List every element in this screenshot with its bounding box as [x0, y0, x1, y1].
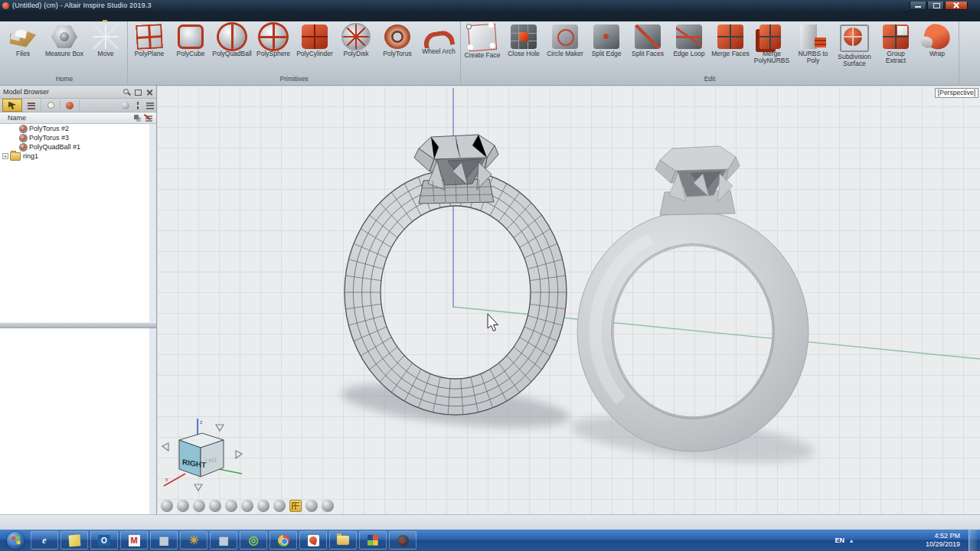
maximize-button[interactable] — [927, 2, 944, 10]
ribbon-button[interactable]: Group Extract — [875, 21, 916, 75]
minimize-button[interactable] — [910, 2, 926, 10]
camera-icon[interactable] — [177, 500, 189, 512]
material-sphere-icon[interactable] — [122, 102, 129, 109]
taskbar-button[interactable] — [299, 531, 327, 549]
zoom-magnifier-icon[interactable] — [305, 500, 318, 512]
close-button[interactable] — [945, 2, 968, 10]
ribbon-button[interactable]: NURBS to Poly — [792, 21, 834, 75]
expand-toggle[interactable]: + — [2, 153, 8, 159]
menu-item[interactable] — [139, 11, 153, 21]
close-panel-icon[interactable] — [145, 88, 153, 96]
polynurbs-object-icon — [20, 126, 27, 132]
model-tree-item[interactable]: PolyTorus #2 — [0, 124, 149, 133]
tab-polynurbs[interactable] — [60, 99, 80, 111]
view-eye-icon[interactable] — [161, 500, 173, 512]
menu-item[interactable] — [70, 11, 84, 21]
ribbon-button[interactable]: Split Edge — [586, 21, 627, 75]
tray-icon[interactable] — [884, 536, 894, 546]
clip-camera-icon[interactable] — [209, 500, 221, 512]
taskbar-button[interactable] — [180, 531, 207, 549]
menu-item[interactable] — [43, 11, 57, 21]
ribbon-button[interactable]: PolyPlane — [129, 21, 170, 75]
ribbon-button[interactable]: Circle Maker — [544, 21, 586, 75]
sphere-snap-icon[interactable] — [273, 500, 286, 512]
start-button[interactable] — [7, 532, 24, 549]
menu-item[interactable] — [167, 11, 181, 21]
grid-toggle-icon[interactable] — [289, 500, 302, 512]
globe-icon[interactable] — [241, 500, 253, 512]
tray-icon[interactable] — [910, 536, 920, 546]
clock[interactable]: 4:52 PM 10/29/2019 — [926, 532, 963, 549]
menu-item[interactable] — [57, 11, 70, 21]
list-view-icon[interactable] — [146, 102, 154, 109]
ribbon-button[interactable]: Split Faces — [627, 21, 668, 75]
taskbar-button[interactable] — [240, 531, 267, 549]
undock-icon[interactable] — [134, 88, 142, 96]
ribbon-button[interactable]: Close Hole — [503, 21, 544, 75]
menu-item[interactable] — [29, 11, 43, 21]
view-cube[interactable]: z x RIGHT LH3 — [159, 417, 245, 494]
ribbon-button[interactable]: PolyQuadBall — [211, 21, 253, 75]
tray-icon[interactable] — [897, 536, 907, 546]
taskbar-button[interactable] — [210, 531, 237, 549]
ribbon-button[interactable]: Files — [2, 21, 44, 75]
taskbar-button[interactable] — [90, 531, 118, 549]
search-icon[interactable] — [122, 88, 130, 96]
menu-item[interactable] — [153, 11, 167, 21]
menu-item[interactable] — [84, 11, 98, 21]
menu-item[interactable] — [2, 11, 15, 21]
viewport-3d[interactable]: [Perspective] z x RIGHT LH3 — [157, 86, 980, 514]
model-tree-item[interactable]: PolyQuadBall #1 — [0, 142, 149, 152]
tray-icon[interactable] — [871, 536, 881, 546]
taskbar-button[interactable] — [60, 531, 88, 549]
menu-item[interactable] — [15, 11, 29, 21]
panel-splitter[interactable] — [0, 322, 156, 328]
filter-off-icon[interactable] — [145, 114, 153, 122]
show-desktop-button[interactable] — [969, 530, 977, 551]
model-tree-item[interactable]: + ring1 — [0, 152, 149, 161]
link-column-icon[interactable] — [133, 114, 141, 122]
ribbon-button[interactable]: PolyTorus — [377, 21, 418, 75]
taskbar-button[interactable] — [31, 531, 58, 549]
sort-spinner-icon[interactable] — [134, 102, 142, 109]
tab-objects[interactable] — [2, 99, 22, 112]
menu-item[interactable] — [181, 11, 194, 21]
menu-item[interactable] — [126, 11, 139, 21]
tab-layers[interactable] — [22, 99, 41, 111]
ribbon-button[interactable]: PolySphere — [253, 21, 294, 75]
ribbon-button[interactable]: Measure Box — [44, 21, 85, 75]
smooth-crown-setting[interactable] — [655, 146, 740, 215]
ribbon-button[interactable]: Wheel Arch — [418, 21, 459, 75]
ribbon-button[interactable]: Edge Loop — [668, 21, 710, 75]
ribbon-button[interactable]: PolyCube — [170, 21, 211, 75]
orbit-icon[interactable] — [322, 500, 334, 512]
menu-item[interactable] — [98, 11, 112, 21]
tab-visibility[interactable] — [41, 99, 60, 111]
ribbon-button[interactable]: Merge PolyNURBS — [751, 21, 792, 75]
tray-icon[interactable] — [858, 536, 868, 546]
poly-ball-icon[interactable] — [193, 500, 205, 512]
menu-item[interactable] — [112, 11, 126, 21]
model-tree-item[interactable]: PolyTorus #3 — [0, 133, 149, 142]
taskbar-button[interactable] — [389, 531, 416, 549]
sphere-pan-icon[interactable] — [257, 500, 270, 512]
taskbar-button[interactable] — [329, 531, 357, 549]
wireframe-crown-setting[interactable] — [414, 135, 498, 204]
section-icon[interactable] — [225, 500, 237, 512]
wireframe-ring-model[interactable] — [345, 170, 567, 415]
ribbon-button[interactable]: Merge Faces — [710, 21, 751, 75]
ribbon-button[interactable]: Wrap — [916, 21, 958, 75]
ribbon-button[interactable]: PolyDisk — [335, 21, 377, 75]
taskbar-button[interactable] — [120, 531, 148, 549]
taskbar-button[interactable] — [359, 531, 387, 549]
ribbon-button[interactable]: Move — [85, 21, 126, 75]
ribbon-button[interactable]: PolyCylinder — [294, 21, 335, 75]
smooth-ring-model[interactable] — [577, 211, 808, 452]
tray-expand-caret[interactable]: ▴ — [850, 537, 853, 544]
ribbon-button[interactable]: Subdivision Surface — [834, 21, 875, 75]
language-indicator[interactable]: EN — [835, 536, 844, 544]
taskbar-button[interactable] — [150, 531, 178, 549]
taskbar-button[interactable] — [270, 531, 297, 549]
windows-colorful-icon — [368, 535, 378, 546]
ribbon-button[interactable]: Create Face — [462, 21, 503, 75]
